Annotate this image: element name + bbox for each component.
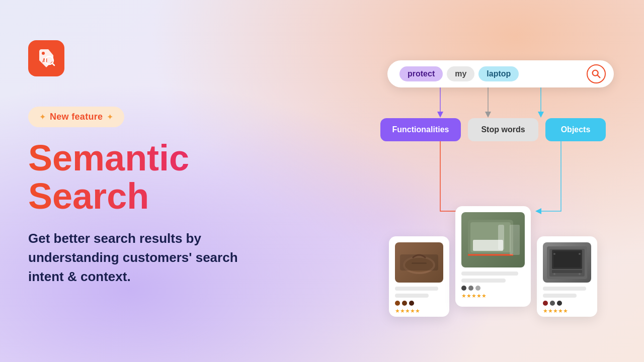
case-title-line xyxy=(543,287,586,291)
bag-image xyxy=(395,242,443,283)
left-panel: AI ✦ New feature ✦ Semantic Search Get b… xyxy=(28,40,270,286)
case-image xyxy=(543,242,591,283)
sparkle-left-icon: ✦ xyxy=(39,112,46,122)
badge-label: New feature xyxy=(50,112,103,122)
search-icon xyxy=(591,68,602,79)
page-title: Semantic Search xyxy=(28,139,270,215)
page-background: AI ✦ New feature ✦ Semantic Search Get b… xyxy=(0,0,644,362)
case-color-dots xyxy=(543,301,591,306)
search-bar[interactable]: protect my laptop xyxy=(387,60,614,87)
category-functionalities: Functionalities xyxy=(380,118,461,141)
svg-rect-21 xyxy=(552,270,582,273)
product-cards: ★★★★★ xyxy=(362,216,624,317)
svg-rect-20 xyxy=(553,251,581,267)
product-card-bag: ★★★★★ xyxy=(389,236,449,317)
case-desc-line xyxy=(543,294,577,298)
svg-point-23 xyxy=(579,253,581,255)
svg-point-0 xyxy=(42,52,45,55)
sparkle-right-icon: ✦ xyxy=(107,112,113,122)
sleeve-title-line xyxy=(461,272,518,276)
product-card-case: ★★★★★ xyxy=(537,236,597,317)
sleeve-image xyxy=(461,212,525,267)
new-feature-badge: ✦ New feature ✦ xyxy=(28,107,124,127)
logo: AI xyxy=(28,40,64,76)
dot-black xyxy=(557,301,562,306)
dot-brown-dark xyxy=(395,301,400,306)
sleeve-svg xyxy=(463,215,523,265)
bag-svg xyxy=(399,247,439,278)
logo-svg: AI xyxy=(34,46,58,70)
svg-rect-11 xyxy=(412,262,427,264)
search-word-protect: protect xyxy=(399,66,443,81)
svg-line-3 xyxy=(52,63,54,65)
search-button[interactable] xyxy=(587,64,606,83)
search-word-laptop: laptop xyxy=(478,66,519,81)
svg-point-25 xyxy=(579,273,581,275)
dot-brown-light xyxy=(409,301,414,306)
bag-title-line xyxy=(395,287,438,291)
dot-red xyxy=(543,301,548,306)
svg-point-10 xyxy=(405,258,433,272)
search-word-my: my xyxy=(447,66,474,81)
sleeve-color-dots xyxy=(461,286,525,291)
page-subtitle: Get better search results by understandi… xyxy=(28,229,239,286)
svg-point-24 xyxy=(553,273,555,275)
svg-rect-15 xyxy=(473,240,503,251)
bag-color-dots xyxy=(395,301,443,306)
product-card-sleeve: ★★★★★ xyxy=(455,206,531,307)
category-stopwords: Stop words xyxy=(468,118,538,141)
svg-line-8 xyxy=(598,75,600,78)
dot-gray xyxy=(550,301,555,306)
dot-brown-mid xyxy=(402,301,407,306)
bag-stars: ★★★★★ xyxy=(395,308,443,314)
case-svg xyxy=(544,244,590,282)
sleeve-stars: ★★★★★ xyxy=(461,293,525,299)
categories-row: Functionalities Stop words Objects xyxy=(362,118,624,141)
dot-dark xyxy=(461,286,466,291)
dot-light xyxy=(475,286,480,291)
category-objects: Objects xyxy=(545,118,606,141)
dot-mid xyxy=(468,286,473,291)
bag-desc-line xyxy=(395,294,429,298)
sleeve-desc-line xyxy=(461,279,506,283)
svg-point-22 xyxy=(553,253,555,255)
case-stars: ★★★★★ xyxy=(543,308,591,314)
right-panel: protect my laptop Functionalities Stop w… xyxy=(342,30,624,332)
